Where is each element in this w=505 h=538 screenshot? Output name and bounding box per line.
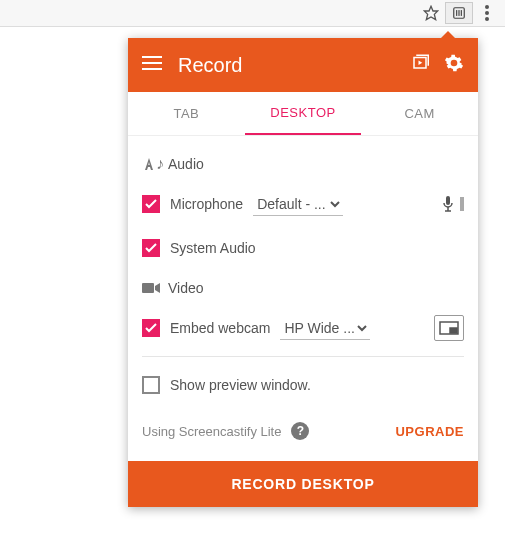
popup-title: Record bbox=[178, 54, 410, 77]
options-body: ♪ Audio Microphone Default - ... System … bbox=[128, 136, 478, 461]
svg-point-6 bbox=[485, 11, 489, 15]
extension-popup: Record TAB DESKTOP CAM ♪ Audio Micr bbox=[128, 38, 478, 507]
microphone-label: Microphone bbox=[170, 196, 243, 212]
lite-text: Using Screencastify Lite bbox=[142, 424, 281, 439]
library-icon[interactable] bbox=[410, 53, 430, 77]
video-section: Video bbox=[142, 270, 464, 306]
svg-rect-3 bbox=[458, 10, 459, 16]
microphone-checkbox[interactable] bbox=[142, 195, 160, 213]
embed-webcam-label: Embed webcam bbox=[170, 320, 270, 336]
upgrade-link[interactable]: UPGRADE bbox=[395, 424, 464, 439]
svg-rect-12 bbox=[446, 196, 450, 205]
pip-icon[interactable] bbox=[434, 315, 464, 341]
svg-marker-16 bbox=[155, 283, 160, 293]
embed-webcam-option: Embed webcam HP Wide ... bbox=[142, 306, 464, 350]
svg-rect-18 bbox=[450, 328, 457, 333]
svg-point-5 bbox=[485, 5, 489, 9]
browser-toolbar bbox=[0, 0, 505, 27]
embed-webcam-checkbox[interactable] bbox=[142, 319, 160, 337]
svg-rect-4 bbox=[461, 10, 462, 16]
mic-level-icon bbox=[441, 195, 464, 213]
svg-marker-0 bbox=[424, 6, 437, 19]
video-label: Video bbox=[168, 280, 204, 296]
browser-menu-icon[interactable] bbox=[473, 2, 501, 24]
show-preview-option: Show preview window. bbox=[142, 363, 464, 407]
extension-icon[interactable] bbox=[445, 2, 473, 24]
tab-desktop[interactable]: DESKTOP bbox=[245, 92, 362, 135]
tab-bar: TAB DESKTOP CAM bbox=[128, 92, 478, 136]
svg-point-7 bbox=[485, 17, 489, 21]
audio-label: Audio bbox=[168, 156, 204, 172]
divider bbox=[142, 356, 464, 357]
svg-rect-9 bbox=[142, 62, 162, 64]
system-audio-label: System Audio bbox=[170, 240, 256, 256]
footer-row: Using Screencastify Lite ? UPGRADE bbox=[142, 407, 464, 455]
svg-rect-10 bbox=[142, 68, 162, 70]
microphone-dropdown[interactable]: Default - ... bbox=[253, 193, 343, 216]
svg-rect-15 bbox=[142, 283, 154, 293]
popup-header: Record bbox=[128, 38, 478, 92]
audio-icon: ♪ bbox=[142, 155, 168, 173]
system-audio-checkbox[interactable] bbox=[142, 239, 160, 257]
system-audio-option: System Audio bbox=[142, 226, 464, 270]
tab-cam[interactable]: CAM bbox=[361, 92, 478, 135]
show-preview-checkbox[interactable] bbox=[142, 376, 160, 394]
video-icon bbox=[142, 282, 168, 294]
gear-icon[interactable] bbox=[444, 53, 464, 77]
help-icon[interactable]: ? bbox=[291, 422, 309, 440]
record-desktop-button[interactable]: RECORD DESKTOP bbox=[128, 461, 478, 507]
svg-rect-2 bbox=[456, 10, 457, 16]
show-preview-label: Show preview window. bbox=[170, 377, 311, 393]
svg-marker-11 bbox=[419, 61, 423, 66]
tab-tab[interactable]: TAB bbox=[128, 92, 245, 135]
hamburger-icon[interactable] bbox=[142, 56, 162, 74]
webcam-dropdown[interactable]: HP Wide ... bbox=[280, 317, 370, 340]
svg-rect-8 bbox=[142, 56, 162, 58]
star-icon[interactable] bbox=[417, 2, 445, 24]
microphone-option: Microphone Default - ... bbox=[142, 182, 464, 226]
audio-section: ♪ Audio bbox=[142, 146, 464, 182]
